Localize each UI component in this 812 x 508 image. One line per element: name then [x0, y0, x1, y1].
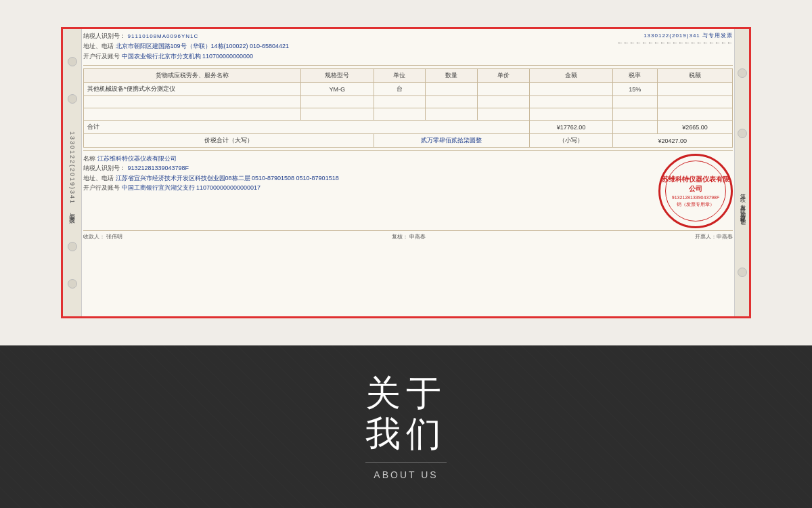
about-english-text: About Us	[374, 469, 438, 480]
item-qty	[426, 83, 478, 96]
grand-total-small-label: （小写）	[530, 134, 612, 148]
signature-row: 收款人： 张伟明 复核： 申燕春 开票人：申燕春	[83, 230, 733, 240]
issuer-label: 开票人：申燕春	[695, 233, 733, 240]
col-header-price: 单价	[478, 69, 530, 83]
item-name: 其他机械设备*便携式水分测定仪	[84, 83, 301, 96]
col-header-unit: 单位	[374, 69, 426, 83]
invoice-top-right: 1330122(2019)341 与专用发票 ←←←←←←←←←←←←←←←←←…	[617, 32, 733, 46]
company-stamp: 苏维科特仪器仪表有限公司 91321281339043798F 销（发票专用章）	[658, 154, 733, 228]
right-hole-2	[738, 129, 747, 138]
reviewer-value: 申燕春	[409, 234, 426, 240]
invoice-section: 1330122(2019)341 与专用发票 第二联：发票联 购买方记账凭证 纳…	[0, 0, 812, 345]
invoice-top-row: 纳税人识别号： 91110108MA0096YN1C 地址、电话 北京市朝阳区建…	[83, 29, 733, 66]
drawer-label: 收款人： 张伟明	[83, 233, 122, 240]
drawer-value: 张伟明	[106, 234, 122, 240]
seller-taxpayer-value: 91321281339043798F	[128, 165, 189, 171]
item-tax	[657, 83, 732, 96]
total-amount: ¥17762.00	[530, 121, 612, 134]
bank-field: 开户行及账号 中国农业银行北京市分支机构 110700000000000	[83, 52, 617, 61]
spine-hole-2	[68, 94, 77, 104]
seller-address-value: 江苏省宜兴市经济技术开发区科技创业园08栋二层 0510-87901508 05…	[116, 175, 339, 182]
table-row-empty-1	[84, 96, 733, 108]
grand-total-label: 价税合计（大写）	[84, 134, 374, 148]
seller-name-field: 名称 江苏维科特仪器仪表有限公司	[83, 154, 655, 163]
item-amount	[530, 83, 612, 96]
spine-hole-1	[68, 57, 77, 66]
bank-label: 开户行及账号	[83, 53, 120, 60]
col-header-amount: 金额	[530, 69, 612, 83]
spine-text: 1330122(2019)341 与专用发票	[68, 131, 76, 215]
stamp-inner-ring	[665, 161, 726, 221]
table-row: 其他机械设备*便携式水分测定仪 YM-G 台 15%	[84, 83, 733, 96]
item-price	[478, 83, 530, 96]
seller-name-label: 名称	[83, 155, 95, 162]
invoice-top-left: 纳税人识别号： 91110108MA0096YN1C 地址、电话 北京市朝阳区建…	[83, 32, 617, 62]
total-tax: ¥2665.00	[657, 121, 732, 134]
address-field: 地址、电话 北京市朝阳区建国路109号（华联）14栋(100022) 010-6…	[83, 42, 617, 51]
table-row-empty-2	[84, 108, 733, 121]
right-hole-1	[738, 68, 747, 78]
grand-total-row: 价税合计（大写） 贰万零肆佰贰拾柒圆整 （小写） ¥20427.00	[84, 134, 733, 148]
table-header-row: 货物或应税劳务、服务名称 规格型号 单位 数量 单价 金额 税率 税额	[84, 69, 733, 83]
barcode-text: 1330122(2019)341 与专用发票	[617, 32, 733, 39]
invoice-content: 纳税人识别号： 91110108MA0096YN1C 地址、电话 北京市朝阳区建…	[83, 29, 733, 316]
code-value: ←←←←←←←←←←←←←←←←←←←	[617, 39, 733, 46]
invoice-right-edge: 第二联：发票联 购买方记账凭证	[734, 29, 749, 316]
seller-address-field: 地址、电话 江苏省宜兴市经济技术开发区科技创业园08栋二层 0510-87901…	[83, 173, 655, 183]
seller-name-value: 江苏维科特仪器仪表有限公司	[97, 155, 177, 162]
col-header-taxrate: 税率	[612, 69, 657, 83]
total-label: 合计	[84, 121, 530, 134]
spine-hole-4	[68, 279, 77, 289]
taxpayer-id-value: 91110108MA0096YN1C	[128, 33, 199, 39]
item-unit: 台	[374, 83, 426, 96]
taxpayer-id-field: 纳税人识别号： 91110108MA0096YN1C	[83, 32, 617, 41]
about-chinese-text: 关于 我们	[365, 373, 447, 454]
col-header-spec: 规格型号	[301, 69, 374, 83]
col-header-name: 货物或应税劳务、服务名称	[84, 69, 301, 83]
grand-total-small: ¥20427.00	[612, 134, 732, 148]
about-section: 关于 我们 About Us	[0, 345, 812, 508]
taxpayer-id-label: 纳税人识别号：	[83, 33, 126, 39]
address-label: 地址、电话	[83, 43, 114, 49]
about-chinese-line2: 我们	[365, 414, 447, 453]
right-hole-3	[738, 268, 747, 277]
invoice-spine: 1330122(2019)341 与专用发票	[63, 29, 82, 316]
right-side-text: 第二联：发票联 购买方记账凭证	[738, 190, 746, 217]
seller-taxpayer-field: 纳税人识别号： 91321281339043798F	[83, 163, 655, 173]
item-taxrate: 15%	[612, 83, 657, 96]
bank-value: 中国农业银行北京市分支机构 110700000000000	[122, 53, 254, 60]
col-header-tax: 税额	[657, 69, 732, 83]
seller-taxpayer-label: 纳税人识别号：	[83, 165, 126, 171]
item-spec: YM-G	[301, 83, 374, 96]
spine-hole-3	[68, 242, 77, 251]
total-row: 合计 ¥17762.00 ¥2665.00	[84, 121, 733, 134]
reviewer-label: 复核： 申燕春	[392, 233, 426, 240]
seller-bank-label: 开户行及账号	[83, 184, 120, 191]
seller-address-label: 地址、电话	[83, 175, 114, 182]
invoice-table: 货物或应税劳务、服务名称 规格型号 单位 数量 单价 金额 税率 税额 其他机械…	[83, 68, 733, 148]
seller-bank-field: 开户行及账号 中国工商银行宜兴湖父支行 1107000000000000017	[83, 183, 655, 192]
about-divider	[365, 462, 447, 463]
invoice-wrapper: 1330122(2019)341 与专用发票 第二联：发票联 购买方记账凭证 纳…	[61, 27, 751, 318]
seller-info: 名称 江苏维科特仪器仪表有限公司 纳税人识别号： 913212813390437…	[83, 154, 655, 228]
seller-section: 名称 江苏维科特仪器仪表有限公司 纳税人识别号： 913212813390437…	[83, 150, 733, 228]
grand-total-chinese: 贰万零肆佰贰拾柒圆整	[374, 134, 530, 148]
about-chinese-line1: 关于	[365, 373, 447, 412]
seller-bank-value: 中国工商银行宜兴湖父支行 1107000000000000017	[122, 184, 261, 191]
col-header-qty: 数量	[426, 69, 478, 83]
address-value: 北京市朝阳区建国路109号（华联）14栋(100022) 010-6580442…	[116, 43, 290, 49]
total-tax-spacer	[612, 121, 657, 134]
